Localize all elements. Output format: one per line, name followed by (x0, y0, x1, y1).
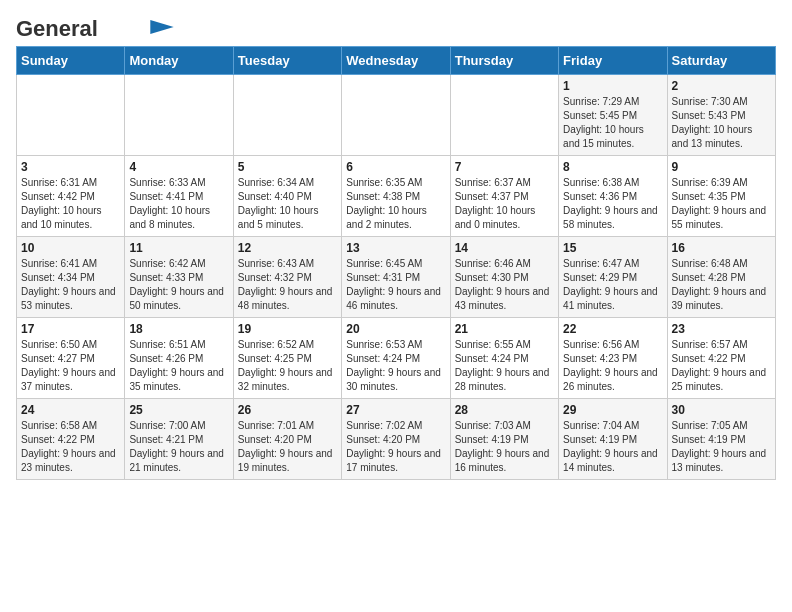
calendar-table: SundayMondayTuesdayWednesdayThursdayFrid… (16, 46, 776, 480)
page-header: General (16, 16, 776, 36)
day-info: Sunrise: 7:03 AM Sunset: 4:19 PM Dayligh… (455, 419, 554, 475)
day-info: Sunrise: 6:47 AM Sunset: 4:29 PM Dayligh… (563, 257, 662, 313)
day-number: 1 (563, 79, 662, 93)
day-number: 25 (129, 403, 228, 417)
day-info: Sunrise: 6:57 AM Sunset: 4:22 PM Dayligh… (672, 338, 771, 394)
day-info: Sunrise: 6:56 AM Sunset: 4:23 PM Dayligh… (563, 338, 662, 394)
calendar-cell: 12Sunrise: 6:43 AM Sunset: 4:32 PM Dayli… (233, 237, 341, 318)
day-number: 22 (563, 322, 662, 336)
calendar-cell: 10Sunrise: 6:41 AM Sunset: 4:34 PM Dayli… (17, 237, 125, 318)
day-number: 29 (563, 403, 662, 417)
calendar-cell: 2Sunrise: 7:30 AM Sunset: 5:43 PM Daylig… (667, 75, 775, 156)
day-info: Sunrise: 6:55 AM Sunset: 4:24 PM Dayligh… (455, 338, 554, 394)
day-number: 5 (238, 160, 337, 174)
calendar-week-1: 1Sunrise: 7:29 AM Sunset: 5:45 PM Daylig… (17, 75, 776, 156)
calendar-cell: 27Sunrise: 7:02 AM Sunset: 4:20 PM Dayli… (342, 399, 450, 480)
calendar-cell (342, 75, 450, 156)
logo: General (16, 16, 174, 36)
calendar-cell: 11Sunrise: 6:42 AM Sunset: 4:33 PM Dayli… (125, 237, 233, 318)
logo-general: General (16, 16, 98, 42)
calendar-week-4: 17Sunrise: 6:50 AM Sunset: 4:27 PM Dayli… (17, 318, 776, 399)
day-info: Sunrise: 6:38 AM Sunset: 4:36 PM Dayligh… (563, 176, 662, 232)
day-info: Sunrise: 6:34 AM Sunset: 4:40 PM Dayligh… (238, 176, 337, 232)
day-number: 26 (238, 403, 337, 417)
weekday-header-monday: Monday (125, 47, 233, 75)
day-info: Sunrise: 7:02 AM Sunset: 4:20 PM Dayligh… (346, 419, 445, 475)
day-info: Sunrise: 7:04 AM Sunset: 4:19 PM Dayligh… (563, 419, 662, 475)
calendar-cell (450, 75, 558, 156)
day-info: Sunrise: 6:33 AM Sunset: 4:41 PM Dayligh… (129, 176, 228, 232)
day-number: 17 (21, 322, 120, 336)
calendar-week-5: 24Sunrise: 6:58 AM Sunset: 4:22 PM Dayli… (17, 399, 776, 480)
day-number: 28 (455, 403, 554, 417)
day-info: Sunrise: 6:43 AM Sunset: 4:32 PM Dayligh… (238, 257, 337, 313)
calendar-cell: 24Sunrise: 6:58 AM Sunset: 4:22 PM Dayli… (17, 399, 125, 480)
calendar-cell: 18Sunrise: 6:51 AM Sunset: 4:26 PM Dayli… (125, 318, 233, 399)
calendar-cell: 23Sunrise: 6:57 AM Sunset: 4:22 PM Dayli… (667, 318, 775, 399)
weekday-header-saturday: Saturday (667, 47, 775, 75)
day-info: Sunrise: 6:42 AM Sunset: 4:33 PM Dayligh… (129, 257, 228, 313)
day-number: 27 (346, 403, 445, 417)
day-number: 15 (563, 241, 662, 255)
day-number: 8 (563, 160, 662, 174)
day-number: 10 (21, 241, 120, 255)
logo-icon (150, 20, 174, 34)
calendar-cell: 29Sunrise: 7:04 AM Sunset: 4:19 PM Dayli… (559, 399, 667, 480)
calendar-week-3: 10Sunrise: 6:41 AM Sunset: 4:34 PM Dayli… (17, 237, 776, 318)
day-number: 7 (455, 160, 554, 174)
day-info: Sunrise: 7:01 AM Sunset: 4:20 PM Dayligh… (238, 419, 337, 475)
day-info: Sunrise: 6:37 AM Sunset: 4:37 PM Dayligh… (455, 176, 554, 232)
calendar-cell: 28Sunrise: 7:03 AM Sunset: 4:19 PM Dayli… (450, 399, 558, 480)
calendar-cell: 14Sunrise: 6:46 AM Sunset: 4:30 PM Dayli… (450, 237, 558, 318)
day-number: 21 (455, 322, 554, 336)
calendar-cell (233, 75, 341, 156)
weekday-header-wednesday: Wednesday (342, 47, 450, 75)
day-info: Sunrise: 7:29 AM Sunset: 5:45 PM Dayligh… (563, 95, 662, 151)
calendar-cell: 22Sunrise: 6:56 AM Sunset: 4:23 PM Dayli… (559, 318, 667, 399)
calendar-cell: 17Sunrise: 6:50 AM Sunset: 4:27 PM Dayli… (17, 318, 125, 399)
day-info: Sunrise: 6:50 AM Sunset: 4:27 PM Dayligh… (21, 338, 120, 394)
calendar-cell: 21Sunrise: 6:55 AM Sunset: 4:24 PM Dayli… (450, 318, 558, 399)
calendar-cell (125, 75, 233, 156)
day-info: Sunrise: 6:45 AM Sunset: 4:31 PM Dayligh… (346, 257, 445, 313)
calendar-cell: 9Sunrise: 6:39 AM Sunset: 4:35 PM Daylig… (667, 156, 775, 237)
day-number: 6 (346, 160, 445, 174)
day-number: 13 (346, 241, 445, 255)
day-info: Sunrise: 6:41 AM Sunset: 4:34 PM Dayligh… (21, 257, 120, 313)
calendar-cell: 7Sunrise: 6:37 AM Sunset: 4:37 PM Daylig… (450, 156, 558, 237)
calendar-cell: 19Sunrise: 6:52 AM Sunset: 4:25 PM Dayli… (233, 318, 341, 399)
day-number: 11 (129, 241, 228, 255)
calendar-cell: 16Sunrise: 6:48 AM Sunset: 4:28 PM Dayli… (667, 237, 775, 318)
calendar-cell: 3Sunrise: 6:31 AM Sunset: 4:42 PM Daylig… (17, 156, 125, 237)
day-info: Sunrise: 6:53 AM Sunset: 4:24 PM Dayligh… (346, 338, 445, 394)
calendar-week-2: 3Sunrise: 6:31 AM Sunset: 4:42 PM Daylig… (17, 156, 776, 237)
day-info: Sunrise: 7:05 AM Sunset: 4:19 PM Dayligh… (672, 419, 771, 475)
day-number: 4 (129, 160, 228, 174)
day-number: 18 (129, 322, 228, 336)
weekday-header-tuesday: Tuesday (233, 47, 341, 75)
day-info: Sunrise: 6:31 AM Sunset: 4:42 PM Dayligh… (21, 176, 120, 232)
day-number: 20 (346, 322, 445, 336)
day-info: Sunrise: 6:46 AM Sunset: 4:30 PM Dayligh… (455, 257, 554, 313)
calendar-cell: 13Sunrise: 6:45 AM Sunset: 4:31 PM Dayli… (342, 237, 450, 318)
day-number: 24 (21, 403, 120, 417)
day-number: 19 (238, 322, 337, 336)
day-info: Sunrise: 6:52 AM Sunset: 4:25 PM Dayligh… (238, 338, 337, 394)
day-info: Sunrise: 7:30 AM Sunset: 5:43 PM Dayligh… (672, 95, 771, 151)
calendar-cell: 5Sunrise: 6:34 AM Sunset: 4:40 PM Daylig… (233, 156, 341, 237)
day-number: 2 (672, 79, 771, 93)
day-number: 3 (21, 160, 120, 174)
day-info: Sunrise: 6:35 AM Sunset: 4:38 PM Dayligh… (346, 176, 445, 232)
weekday-header-thursday: Thursday (450, 47, 558, 75)
weekday-header-friday: Friday (559, 47, 667, 75)
calendar-cell: 15Sunrise: 6:47 AM Sunset: 4:29 PM Dayli… (559, 237, 667, 318)
svg-marker-0 (150, 20, 173, 34)
day-info: Sunrise: 6:51 AM Sunset: 4:26 PM Dayligh… (129, 338, 228, 394)
calendar-cell: 30Sunrise: 7:05 AM Sunset: 4:19 PM Dayli… (667, 399, 775, 480)
day-number: 12 (238, 241, 337, 255)
calendar-cell: 6Sunrise: 6:35 AM Sunset: 4:38 PM Daylig… (342, 156, 450, 237)
day-number: 14 (455, 241, 554, 255)
day-number: 9 (672, 160, 771, 174)
day-number: 30 (672, 403, 771, 417)
calendar-cell: 8Sunrise: 6:38 AM Sunset: 4:36 PM Daylig… (559, 156, 667, 237)
